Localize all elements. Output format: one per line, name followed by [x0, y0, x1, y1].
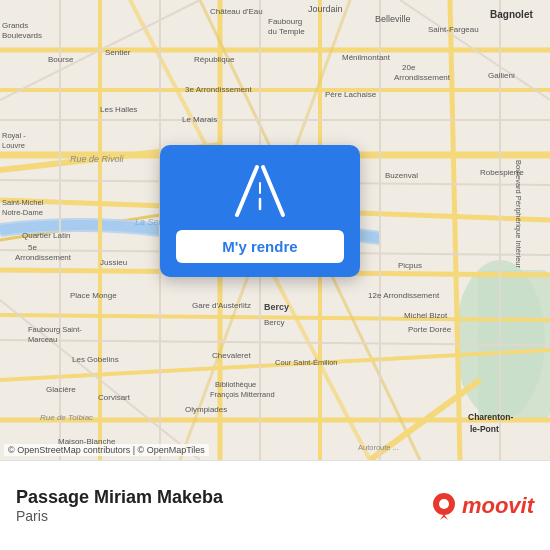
svg-text:Royal -: Royal - — [2, 131, 26, 140]
svg-line-93 — [263, 167, 283, 215]
svg-text:Les Gobelins: Les Gobelins — [72, 355, 119, 364]
moovit-logo: moovit — [430, 492, 534, 520]
svg-point-97 — [439, 499, 449, 509]
svg-text:Glacière: Glacière — [46, 385, 76, 394]
svg-text:Corvisart: Corvisart — [98, 393, 131, 402]
info-text: Passage Miriam Makeba Paris — [16, 487, 418, 524]
svg-text:Sentier: Sentier — [105, 48, 131, 57]
svg-text:Picpus: Picpus — [398, 261, 422, 270]
svg-text:Faubourg Saint-: Faubourg Saint- — [28, 325, 82, 334]
place-name: Passage Miriam Makeba — [16, 487, 418, 508]
svg-text:Les Halles: Les Halles — [100, 105, 137, 114]
info-bar: Passage Miriam Makeba Paris moovit — [0, 460, 550, 550]
svg-text:Louvre: Louvre — [2, 141, 25, 150]
svg-text:Notre-Dame: Notre-Dame — [2, 208, 43, 217]
svg-text:Faubourg: Faubourg — [268, 17, 302, 26]
svg-text:Le Marais: Le Marais — [182, 115, 217, 124]
svg-text:Boulevards: Boulevards — [2, 31, 42, 40]
svg-text:le-Pont: le-Pont — [470, 424, 499, 434]
svg-text:Saint-Michel: Saint-Michel — [2, 198, 44, 207]
svg-text:20e: 20e — [402, 63, 416, 72]
svg-text:Bercy: Bercy — [264, 318, 284, 327]
svg-text:Gallieni: Gallieni — [488, 71, 515, 80]
svg-text:Gare d'Austerlitz: Gare d'Austerlitz — [192, 301, 251, 310]
svg-text:Olympiades: Olympiades — [185, 405, 227, 414]
svg-text:Bourse: Bourse — [48, 55, 74, 64]
svg-text:Rue de Rivoli: Rue de Rivoli — [70, 154, 125, 164]
navigation-card: M'y rendre — [160, 145, 360, 277]
svg-text:François Mitterrand: François Mitterrand — [210, 390, 275, 399]
svg-text:Arrondissement: Arrondissement — [394, 73, 451, 82]
svg-text:Place Monge: Place Monge — [70, 291, 117, 300]
road-icon — [225, 163, 295, 218]
svg-text:3e Arrondissement: 3e Arrondissement — [185, 85, 252, 94]
svg-text:Jourdain: Jourdain — [308, 4, 343, 14]
svg-text:Quartier Latin: Quartier Latin — [22, 231, 70, 240]
svg-line-92 — [237, 167, 257, 215]
svg-text:Grands: Grands — [2, 21, 28, 30]
place-city: Paris — [16, 508, 418, 524]
svg-text:Ménilmontant: Ménilmontant — [342, 53, 391, 62]
svg-text:du Temple: du Temple — [268, 27, 305, 36]
svg-text:Michel Bizot: Michel Bizot — [404, 311, 448, 320]
svg-text:Bagnolet: Bagnolet — [490, 9, 533, 20]
svg-text:Arrondissement: Arrondissement — [15, 253, 72, 262]
svg-text:Bercy: Bercy — [264, 302, 289, 312]
svg-text:République: République — [194, 55, 235, 64]
svg-text:Marceau: Marceau — [28, 335, 57, 344]
map-container: Bagnolet Jourdain Belleville Saint-Farge… — [0, 0, 550, 460]
svg-text:Père Lachaise: Père Lachaise — [325, 90, 377, 99]
svg-text:Saint-Fargeau: Saint-Fargeau — [428, 25, 479, 34]
svg-text:Château d'Eau: Château d'Eau — [210, 7, 263, 16]
svg-text:Jussieu: Jussieu — [100, 258, 127, 267]
map-attribution: © OpenStreetMap contributors | © OpenMap… — [4, 444, 209, 456]
svg-text:Cour Saint-Émilion: Cour Saint-Émilion — [275, 358, 338, 367]
svg-text:5e: 5e — [28, 243, 37, 252]
moovit-brand-text: moovit — [462, 493, 534, 519]
svg-text:Autoroute ...: Autoroute ... — [358, 443, 399, 452]
svg-text:Rue de Tolbiac: Rue de Tolbiac — [40, 413, 93, 422]
svg-text:Porte Dorée: Porte Dorée — [408, 325, 452, 334]
svg-text:Buzenval: Buzenval — [385, 171, 418, 180]
svg-text:Bibliothèque: Bibliothèque — [215, 380, 256, 389]
svg-text:Belleville: Belleville — [375, 14, 411, 24]
svg-text:Chevaleret: Chevaleret — [212, 351, 251, 360]
svg-text:12e Arrondissement: 12e Arrondissement — [368, 291, 440, 300]
svg-text:Charenton-: Charenton- — [468, 412, 514, 422]
moovit-pin-icon — [430, 492, 458, 520]
navigate-button[interactable]: M'y rendre — [176, 230, 344, 263]
svg-text:Boulevard Périphérique Intérie: Boulevard Périphérique Intérieur — [514, 160, 523, 268]
